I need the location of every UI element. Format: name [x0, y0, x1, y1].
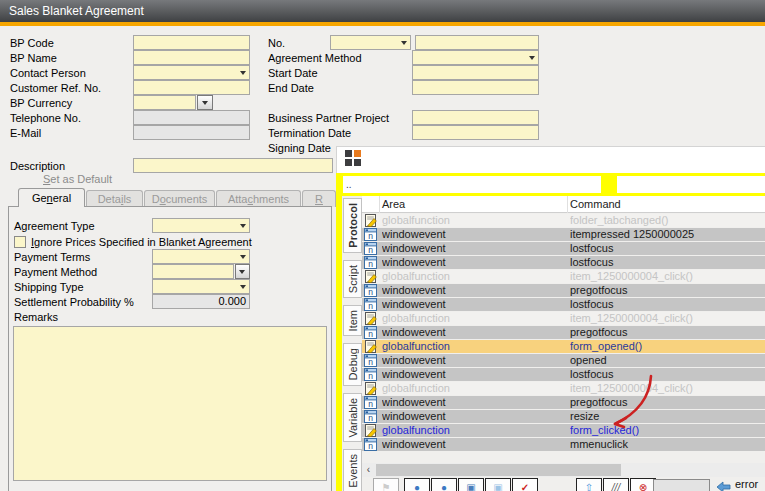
log-row[interactable]: nwindoweventitempressed 1250000025	[362, 228, 765, 241]
window-event-icon: n	[364, 410, 377, 423]
side-tab-script[interactable]: Script	[343, 260, 362, 298]
window-event-icon: n	[364, 228, 377, 241]
error-label: error	[735, 478, 758, 490]
log-row[interactable]: globalfunctionitem_1250000004_click()	[362, 270, 765, 283]
tab-attachments[interactable]: Attachments	[216, 190, 301, 207]
description-input[interactable]	[133, 158, 333, 173]
bp-currency-input[interactable]	[133, 95, 196, 110]
area-cell: windowevent	[382, 298, 567, 311]
svg-text:n: n	[368, 357, 373, 367]
log-row[interactable]: globalfunctionitem_1250000004_click()	[362, 382, 765, 395]
log-row[interactable]: nwindoweventopened	[362, 354, 765, 367]
tab-partial[interactable]: R	[302, 190, 336, 207]
scroll-left-button[interactable]: ‹	[362, 463, 375, 477]
shipping-type-label: Shipping Type	[14, 281, 84, 294]
settlement-probability-label: Settlement Probability %	[14, 296, 134, 309]
ignore-prices-checkbox[interactable]	[14, 236, 26, 248]
pause-button[interactable]: ●	[431, 478, 457, 491]
side-tab-protocol[interactable]: Protocol	[343, 198, 362, 253]
svg-text:n: n	[368, 413, 373, 423]
log-row[interactable]: nwindoweventpregotfocus	[362, 326, 765, 339]
svg-text:n: n	[368, 371, 373, 381]
no-input[interactable]	[415, 35, 539, 50]
accent-strip	[0, 22, 765, 26]
payment-method-dropdown-button[interactable]	[235, 264, 250, 279]
tab-documents[interactable]: Documents	[144, 190, 215, 207]
end-date-input[interactable]	[412, 80, 539, 95]
blue-circle-icon: ●	[414, 482, 420, 491]
no-series-select[interactable]	[330, 35, 411, 50]
termination-date-input[interactable]	[412, 125, 539, 140]
telephone-label: Telephone No.	[10, 112, 81, 125]
log-row[interactable]: nwindoweventlostfocus	[362, 368, 765, 381]
contact-person-select[interactable]	[133, 65, 250, 80]
area-cell: windowevent	[382, 410, 567, 423]
side-tab-variable[interactable]: Variable	[343, 393, 362, 443]
chevron-down-icon	[240, 224, 246, 228]
blue-circle-icon: ●	[441, 482, 447, 491]
horizontal-scrollbar[interactable]: ‹	[362, 463, 765, 477]
undo-arrow-icon	[716, 479, 731, 491]
agreement-type-label: Agreement Type	[14, 220, 95, 233]
set-as-default-link[interactable]: Set as Default	[43, 173, 112, 185]
agreement-method-select[interactable]	[412, 50, 539, 65]
command-cell: item_1250000004_click()	[570, 312, 763, 325]
monitor-icon: ▣	[493, 482, 502, 491]
area-cell: globalfunction	[382, 340, 567, 353]
area-cell: windowevent	[382, 368, 567, 381]
address-input-secondary[interactable]	[617, 176, 765, 193]
log-row[interactable]: globalfunctionitem_1250000004_click()	[362, 312, 765, 325]
log-row[interactable]: globalfunctionform_opened()	[362, 340, 765, 353]
tab-details[interactable]: Details	[86, 190, 143, 207]
log-row[interactable]: globalfunctionfolder_tabchanged()	[362, 214, 765, 227]
log-row[interactable]: nwindoweventlostfocus	[362, 298, 765, 311]
log-row[interactable]: nwindoweventpregotfocus	[362, 396, 765, 409]
window-event-icon: n	[364, 242, 377, 255]
email-label: E-Mail	[10, 127, 41, 140]
monitor-icon: ▣	[466, 482, 475, 491]
svg-text:n: n	[368, 329, 373, 339]
log-row[interactable]: nwindoweventpregotfocus	[362, 284, 765, 297]
customer-ref-input[interactable]	[133, 80, 250, 95]
play-button[interactable]: ●	[404, 478, 430, 491]
payment-terms-select[interactable]	[152, 249, 250, 264]
slashes-icon: ///	[612, 482, 620, 491]
tab-general[interactable]: General	[18, 188, 85, 207]
start-date-input[interactable]	[412, 65, 539, 80]
shipping-type-select[interactable]	[152, 279, 250, 294]
bp-project-input[interactable]	[412, 110, 539, 125]
blue-up-arrow-icon: ⇧	[585, 482, 593, 491]
svg-text:n: n	[368, 301, 373, 311]
partial-button[interactable]	[653, 479, 710, 491]
screen-light-button[interactable]: ▣	[485, 478, 511, 491]
log-row[interactable]: nwindoweventlostfocus	[362, 256, 765, 269]
telephone-input[interactable]	[133, 110, 250, 125]
screen-button[interactable]: ▣	[458, 478, 484, 491]
record-button[interactable]: ⚑	[373, 478, 399, 491]
bp-name-input[interactable]	[133, 50, 250, 65]
breakpoints-button[interactable]: ///	[603, 478, 629, 491]
log-row[interactable]: nwindoweventlostfocus	[362, 242, 765, 255]
command-column-header: Command	[570, 198, 621, 210]
bp-code-input[interactable]	[133, 35, 250, 50]
window-event-icon: n	[364, 438, 377, 451]
log-row[interactable]: globalfunctionform_clicked()	[362, 424, 765, 437]
debugger-titlebar[interactable]	[336, 146, 765, 173]
payment-method-input[interactable]	[152, 264, 234, 279]
step-up-button[interactable]: ⇧	[576, 478, 602, 491]
agreement-type-select[interactable]	[152, 218, 250, 233]
remarks-textarea[interactable]	[13, 326, 327, 481]
scrollbar-thumb[interactable]	[376, 464, 621, 476]
log-row[interactable]: nwindoweventresize	[362, 410, 765, 423]
bp-currency-dropdown-button[interactable]	[197, 95, 213, 110]
check-button[interactable]: ✓	[512, 478, 538, 491]
side-tab-debug[interactable]: Debug	[343, 343, 362, 385]
settlement-probability-input[interactable]: 0.000	[152, 294, 250, 309]
email-input[interactable]	[133, 125, 250, 140]
address-input[interactable]: ..	[343, 176, 601, 193]
side-tab-events[interactable]: Events	[343, 449, 362, 491]
app-logo-icon	[345, 150, 361, 166]
log-row[interactable]: nwindoweventmmenuclick	[362, 438, 765, 451]
window-titlebar[interactable]: Sales Blanket Agreement	[0, 0, 765, 22]
side-tab-item[interactable]: Item	[343, 305, 362, 336]
